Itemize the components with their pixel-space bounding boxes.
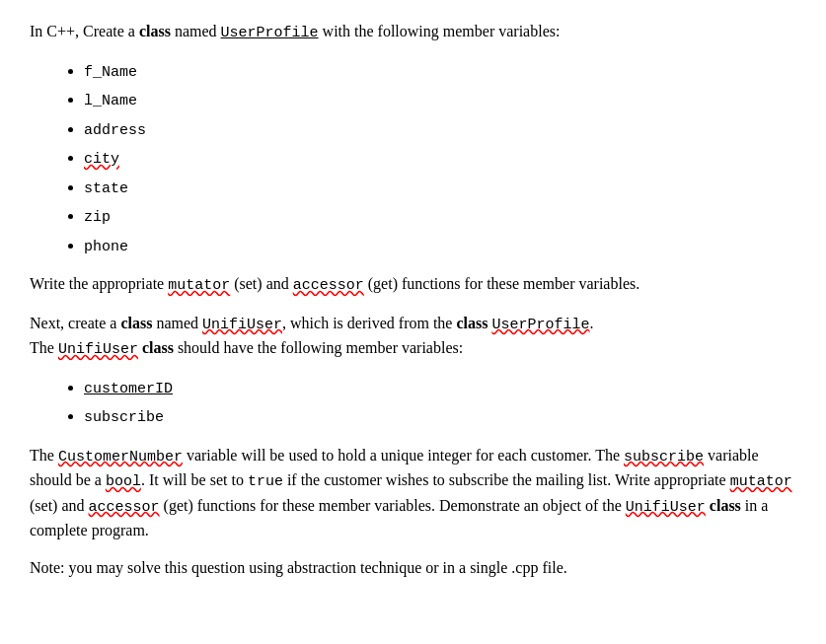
mutator-paragraph: Write the appropriate mutator (set) and …: [30, 272, 796, 298]
intro-mid: named: [171, 23, 221, 39]
member-vars-list-2: customerID subscribe: [84, 376, 796, 430]
list-item: customerID: [84, 376, 796, 401]
var-lname: l_Name: [84, 93, 137, 109]
cust-accessor: accessor: [89, 499, 160, 516]
list-item: f_Name: [84, 59, 796, 85]
next2-suffix: should have the following member variabl…: [174, 339, 463, 356]
next-parent-class: UserProfile: [491, 317, 589, 333]
list-item: address: [84, 117, 796, 143]
cust-set-text: (set) and: [30, 497, 89, 514]
set-text: (set) and: [230, 275, 293, 292]
intro-class-keyword: class: [139, 23, 171, 39]
cust-bool: bool: [106, 473, 141, 490]
next-class-keyword: class: [120, 315, 152, 331]
list-item: city: [84, 146, 796, 172]
main-content: In C++, Create a class named UserProfile…: [30, 20, 796, 580]
next-mid2: , which is derived from the: [282, 315, 456, 331]
next-mid1: named: [152, 315, 202, 331]
mutator-word: mutator: [168, 277, 230, 294]
note-paragraph: Note: you may solve this question using …: [30, 556, 796, 580]
cust-mid1: variable will be used to hold a unique i…: [183, 447, 624, 464]
cust-get-text: (get) functions for these member variabl…: [160, 497, 626, 514]
next-class-name: UnifiUser: [202, 317, 282, 333]
intro-suffix: with the following member variables:: [319, 23, 561, 39]
intro-class-name: UserProfile: [221, 25, 319, 41]
next-suffix: .: [590, 315, 594, 331]
next-section-paragraph: Next, create a class named UnifiUser, wh…: [30, 312, 796, 362]
intro-paragraph: In C++, Create a class named UserProfile…: [30, 20, 796, 45]
list-item: phone: [84, 234, 796, 259]
cust-prefix: The: [30, 447, 58, 464]
mutator-prefix: Write the appropriate: [30, 275, 168, 292]
list-item: state: [84, 176, 796, 201]
cust-mid4: if the customer wishes to subscribe the …: [283, 471, 730, 488]
get-text: (get) functions for these member variabl…: [364, 275, 639, 292]
var-state: state: [84, 180, 128, 197]
var-city: city: [84, 151, 119, 168]
cust-unifuser: UnifiUser: [626, 499, 706, 516]
accessor-word: accessor: [293, 277, 364, 294]
list-item: l_Name: [84, 88, 796, 113]
cust-mid3: . It will be set to: [141, 471, 248, 488]
member-vars-list-1: f_Name l_Name address city state zip pho…: [84, 59, 796, 259]
next-prefix: Next, create a: [30, 315, 120, 331]
cust-subscribe: subscribe: [624, 449, 704, 465]
next-class-keyword2: class: [456, 315, 488, 331]
next2-class-keyword: class: [142, 339, 174, 356]
note-text: Note: you may solve this question using …: [30, 559, 567, 576]
var-phone: phone: [84, 239, 128, 255]
cust-class-keyword: class: [710, 497, 741, 514]
intro-prefix: In C++, Create a: [30, 23, 139, 39]
customer-paragraph: The CustomerNumber variable will be used…: [30, 444, 796, 543]
var-fname: f_Name: [84, 64, 137, 81]
var-address: address: [84, 122, 146, 139]
cust-true: true: [248, 473, 283, 490]
var-subscribe: subscribe: [84, 409, 164, 426]
list-item: zip: [84, 204, 796, 230]
list-item: subscribe: [84, 404, 796, 430]
cust-classname: CustomerNumber: [58, 449, 183, 465]
cust-mutator: mutator: [730, 473, 792, 490]
var-zip: zip: [84, 209, 111, 226]
var-customerid: customerID: [84, 381, 173, 397]
next2-prefix: The: [30, 339, 58, 356]
next2-classname: UnifiUser: [58, 341, 138, 358]
